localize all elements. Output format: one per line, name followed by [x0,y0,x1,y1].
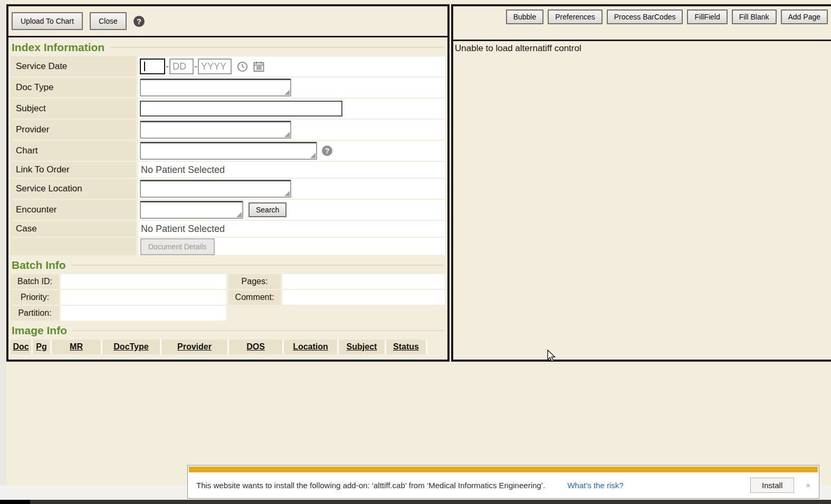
close-button[interactable]: Close [90,12,127,30]
priority-label: Priority: [11,290,59,305]
whats-the-risk-link[interactable]: What’s the risk? [567,481,623,490]
batch-info-title-text: Batch Info [12,258,66,272]
batch-info-title: Batch Info [12,258,444,272]
column-header-mr[interactable]: MR [52,340,102,354]
provider-row: Provider [11,120,445,140]
install-button[interactable]: Install [750,478,794,493]
index-information-title: Index Information [12,41,444,54]
index-information-title-text: Index Information [12,41,104,54]
provider-combo[interactable] [140,121,291,139]
partition-label: Partition: [11,306,59,321]
link-to-order-row: Link To Order No Patient Selected [11,162,445,178]
window-left-edge [0,0,6,486]
case-label: Case [11,221,136,237]
taskbar-edge [0,500,831,504]
chart-help-icon[interactable]: ? [322,146,332,156]
encounter-row: Encounter Search [11,200,445,220]
viewer-toolbar: Bubble Preferences Process BarCodes Fill… [453,6,831,40]
image-viewer-panel: Bubble Preferences Process BarCodes Fill… [451,4,831,362]
subject-row: Subject [11,99,445,119]
comment-value [282,290,445,305]
notification-message: This website wants to install the follow… [196,481,545,490]
mouse-cursor [547,350,558,365]
viewer-error-message: Unable to load alternatiff control [453,41,831,54]
bubble-button[interactable]: Bubble [506,9,544,24]
clock-icon[interactable] [237,61,248,72]
image-info-header-row: Doc Pg MR DocType Provider DOS Location … [11,340,445,354]
chart-combo[interactable] [140,142,317,160]
subject-label: Subject [11,99,136,119]
image-info-title-text: Image Info [12,324,67,337]
toolbar-divider [8,36,447,37]
service-date-label: Service Date [11,56,136,76]
service-location-label: Service Location [11,179,136,199]
service-location-combo[interactable] [140,180,291,198]
date-separator: - [194,61,197,72]
encounter-label: Encounter [11,200,136,220]
provider-label: Provider [11,120,136,140]
calendar-icon[interactable] [253,61,264,72]
doc-type-label: Doc Type [11,77,136,98]
doc-type-combo[interactable] [140,79,291,96]
chart-label: Chart [11,141,136,161]
batch-id-label: Batch ID: [11,274,59,289]
document-details-row: Document Details [11,238,445,255]
text-caret [144,62,145,71]
addon-notification-bar: This website wants to install the follow… [187,465,819,499]
comment-label: Comment: [228,290,281,305]
batch-row-1: Batch ID: Pages: [11,274,445,289]
column-header-location[interactable]: Location [284,340,339,354]
link-to-order-value: No Patient Selected [140,164,225,176]
column-header-doc[interactable]: Doc [11,340,33,354]
service-location-row: Service Location [11,179,445,199]
fill-blank-button[interactable]: Fill Blank [732,9,777,24]
encounter-search-button[interactable]: Search [249,202,286,217]
column-header-dos[interactable]: DOS [229,340,284,354]
index-form-toolbar: Upload To Chart Close ? [8,6,447,36]
column-header-status[interactable]: Status [386,340,427,354]
column-header-subject[interactable]: Subject [339,340,386,354]
index-form-panel: Upload To Chart Close ? Index Informatio… [6,4,450,362]
batch-id-value [61,274,226,289]
column-header-doctype[interactable]: DocType [102,340,161,354]
help-icon[interactable]: ? [133,16,145,27]
date-separator: - [166,61,169,72]
pages-value [282,274,445,289]
process-barcodes-button[interactable]: Process BarCodes [607,9,683,24]
batch-row-3: Partition: [11,306,445,321]
encounter-combo[interactable] [140,201,243,219]
column-header-pg[interactable]: Pg [33,340,52,354]
document-details-spacer [11,238,136,255]
taskbar-edge-left [0,500,30,504]
pages-label: Pages: [228,274,281,289]
service-date-row: Service Date - - [11,56,445,76]
notification-close-icon[interactable]: × [806,481,810,490]
service-date-day-input[interactable] [169,59,194,74]
image-info-title: Image Info [12,324,444,337]
doc-type-row: Doc Type [11,77,445,98]
link-to-order-label: Link To Order [11,162,136,178]
case-value: No Patient Selected [140,224,225,235]
priority-value [61,290,226,305]
upload-to-chart-button[interactable]: Upload To Chart [12,12,83,30]
batch-row-2: Priority: Comment: [11,290,445,305]
column-header-provider[interactable]: Provider [161,340,229,354]
add-page-button[interactable]: Add Page [781,9,828,24]
notification-gold-stripe [189,467,818,472]
preferences-button[interactable]: Preferences [548,9,602,24]
fillfield-button[interactable]: FillField [687,9,727,24]
document-details-button[interactable]: Document Details [140,238,215,255]
partition-value [61,306,226,321]
case-row: Case No Patient Selected [11,221,445,237]
chart-row: Chart ? [11,141,445,161]
subject-input[interactable] [140,101,342,117]
service-date-year-input[interactable] [198,59,232,74]
